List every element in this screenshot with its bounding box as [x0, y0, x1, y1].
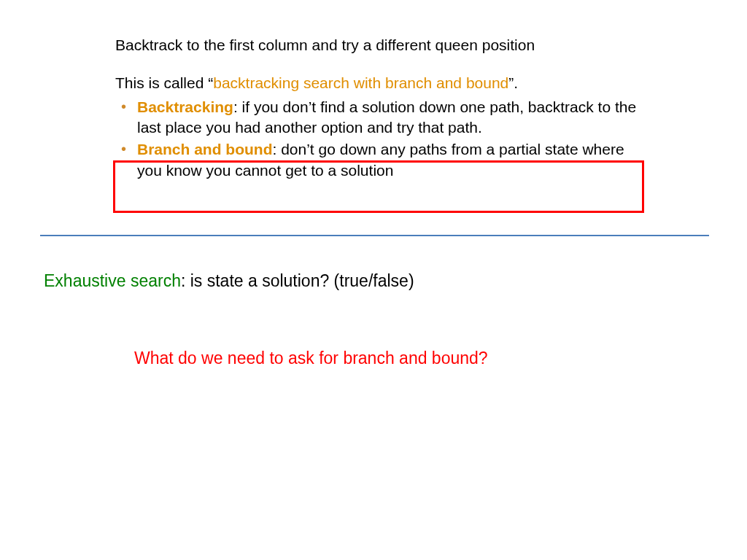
bullet-term: Backtracking	[137, 98, 233, 115]
highlight-box	[113, 160, 644, 213]
exhaustive-rest: : is state a solution? (true/false)	[181, 271, 414, 290]
intro-highlight: backtracking search with branch and boun…	[213, 74, 508, 91]
exhaustive-term: Exhaustive search	[44, 271, 181, 290]
top-text-block: Backtrack to the first column and try a …	[115, 35, 640, 181]
backtrack-instruction: Backtrack to the first column and try a …	[115, 35, 640, 55]
bullet-term: Branch and bound	[137, 141, 273, 158]
slide: Backtrack to the first column and try a …	[0, 0, 747, 560]
question-text: What do we need to ask for branch and bo…	[134, 349, 488, 368]
divider	[40, 235, 709, 236]
exhaustive-search-line: Exhaustive search: is state a solution? …	[44, 271, 414, 291]
bullet-backtracking: Backtracking: if you don’t find a soluti…	[115, 97, 640, 139]
intro-post: ”.	[508, 74, 518, 91]
intro-pre: This is called “	[115, 74, 213, 91]
intro-line: This is called “backtracking search with…	[115, 73, 640, 93]
